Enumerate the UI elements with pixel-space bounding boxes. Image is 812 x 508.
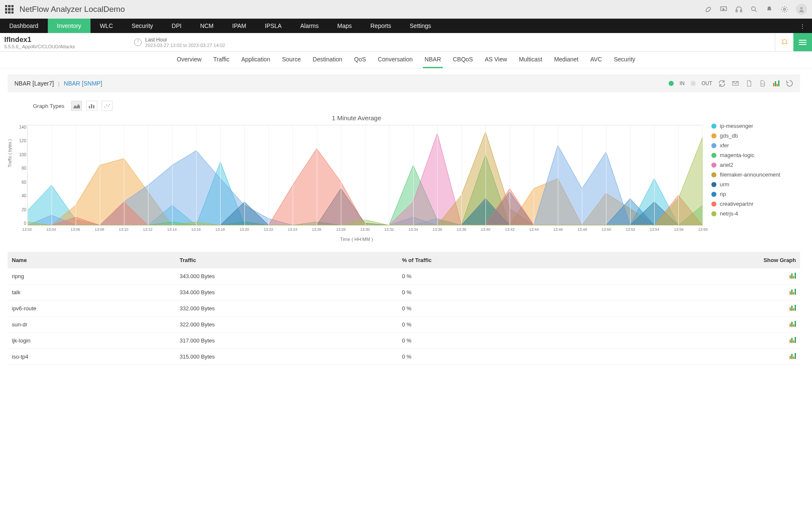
hamburger-menu-icon[interactable] bbox=[793, 33, 812, 51]
subnav-nbar[interactable]: NBAR bbox=[423, 52, 443, 68]
nav-item-security[interactable]: Security bbox=[122, 19, 162, 33]
search-icon[interactable] bbox=[750, 6, 758, 13]
clock-icon bbox=[134, 39, 142, 46]
kebab-menu-icon[interactable]: ⋮ bbox=[796, 19, 809, 33]
nav-item-ipsla[interactable]: IPSLA bbox=[255, 19, 291, 33]
subnav-multicast[interactable]: Multicast bbox=[517, 52, 544, 68]
main-nav: DashboardInventoryWLCSecurityDPINCMIPAMI… bbox=[0, 19, 812, 33]
time-label: Last Hour bbox=[145, 37, 225, 43]
subnav-traffic[interactable]: Traffic bbox=[211, 52, 231, 68]
apps-grid-icon[interactable] bbox=[5, 5, 14, 14]
sub-nav: OverviewTrafficApplicationSourceDestinat… bbox=[0, 52, 812, 69]
nav-item-inventory[interactable]: Inventory bbox=[48, 19, 91, 33]
app-title: NetFlow Analyzer LocalDemo bbox=[19, 5, 125, 14]
nav-item-wlc[interactable]: WLC bbox=[91, 19, 122, 33]
svg-point-5 bbox=[800, 7, 802, 9]
gear-icon[interactable] bbox=[781, 6, 788, 13]
headset-icon[interactable] bbox=[735, 6, 743, 13]
interface-subtitle: 5.5.5.6_ App/AVC/CLOUD/Attacks bbox=[4, 44, 75, 49]
subnav-as-view[interactable]: AS View bbox=[483, 52, 509, 68]
subnav-security[interactable]: Security bbox=[612, 52, 637, 68]
svg-rect-1 bbox=[736, 10, 737, 12]
subnav-overview[interactable]: Overview bbox=[175, 52, 203, 68]
context-bar: IfIndex1 5.5.5.6_ App/AVC/CLOUD/Attacks … bbox=[0, 33, 812, 52]
interface-title: IfIndex1 bbox=[4, 36, 75, 44]
svg-rect-2 bbox=[741, 10, 742, 12]
nav-item-reports[interactable]: Reports bbox=[361, 19, 401, 33]
subnav-qos[interactable]: QoS bbox=[352, 52, 368, 68]
subnav-application[interactable]: Application bbox=[239, 52, 272, 68]
time-range: 2023-03-27 13:02 to 2023-03-27 14:02 bbox=[145, 43, 225, 48]
alarm-bell-icon[interactable] bbox=[775, 33, 793, 51]
nav-item-maps[interactable]: Maps bbox=[328, 19, 361, 33]
svg-point-3 bbox=[752, 7, 755, 11]
rocket-icon[interactable] bbox=[705, 6, 712, 13]
subnav-cbqos[interactable]: CBQoS bbox=[451, 52, 475, 68]
nav-item-dashboard[interactable]: Dashboard bbox=[0, 19, 48, 33]
nav-item-dpi[interactable]: DPI bbox=[162, 19, 191, 33]
time-range-selector[interactable]: Last Hour 2023-03-27 13:02 to 2023-03-27… bbox=[134, 37, 225, 48]
subnav-destination[interactable]: Destination bbox=[311, 52, 344, 68]
subnav-conversation[interactable]: Conversation bbox=[376, 52, 414, 68]
bell-icon[interactable] bbox=[765, 6, 773, 13]
nav-item-alarms[interactable]: Alarms bbox=[291, 19, 328, 33]
svg-point-4 bbox=[784, 8, 786, 11]
top-toolbar bbox=[705, 4, 807, 15]
nav-item-ipam[interactable]: IPAM bbox=[223, 19, 255, 33]
subnav-avc[interactable]: AVC bbox=[589, 52, 604, 68]
user-avatar-icon[interactable] bbox=[796, 4, 807, 15]
nav-item-ncm[interactable]: NCM bbox=[191, 19, 223, 33]
subnav-source[interactable]: Source bbox=[280, 52, 302, 68]
subnav-medianet[interactable]: Medianet bbox=[552, 52, 580, 68]
nav-item-settings[interactable]: Settings bbox=[401, 19, 441, 33]
presentation-icon[interactable] bbox=[720, 6, 727, 13]
top-bar: NetFlow Analyzer LocalDemo bbox=[0, 0, 812, 19]
